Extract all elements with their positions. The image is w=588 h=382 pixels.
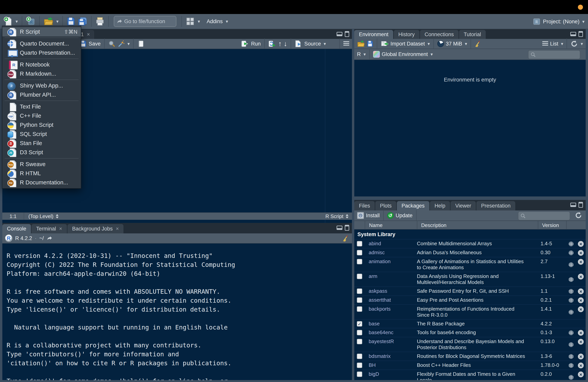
minimize-pane-icon[interactable] (336, 32, 342, 36)
open-file-icon[interactable] (43, 17, 53, 26)
package-remove-icon[interactable] (578, 259, 584, 265)
package-homepage-icon[interactable] (568, 274, 574, 285)
project-menu[interactable]: R Project: (None) ▾ (533, 14, 585, 29)
file-type-selector[interactable]: R Script (326, 213, 343, 219)
menu-item[interactable]: Stan File (2, 139, 81, 148)
new-project-icon[interactable]: R (26, 17, 35, 26)
column-description[interactable]: Description (417, 221, 538, 230)
code-tools-caret-icon[interactable]: ▾ (127, 41, 130, 46)
package-loaded-checkbox[interactable] (357, 362, 362, 368)
menu-item[interactable]: C++ File (2, 111, 81, 120)
tab[interactable]: Background Jobs (67, 224, 124, 233)
list-view-caret-icon[interactable]: ▾ (561, 41, 563, 46)
tab[interactable]: Terminal (32, 224, 67, 233)
pane-layout-caret-icon[interactable]: ▾ (198, 19, 200, 24)
compile-report-icon[interactable] (137, 40, 144, 47)
package-remove-icon[interactable] (578, 339, 584, 345)
minimize-pane-icon[interactable] (570, 203, 576, 207)
package-homepage-icon[interactable] (568, 371, 574, 380)
maximize-pane-icon[interactable] (578, 31, 583, 37)
tab[interactable]: Viewer (451, 201, 476, 211)
language-caret-icon[interactable]: ▾ (364, 52, 366, 57)
package-remove-icon[interactable] (578, 306, 584, 312)
package-loaded-checkbox[interactable] (357, 306, 362, 312)
package-loaded-checkbox[interactable] (357, 297, 362, 303)
menu-item[interactable]: R Sweave (2, 160, 81, 169)
package-homepage-icon[interactable] (568, 288, 574, 294)
memory-usage-label[interactable]: 37 MiB (446, 41, 462, 47)
package-remove-icon[interactable] (578, 297, 584, 303)
package-remove-icon[interactable] (578, 371, 584, 377)
tab[interactable]: Environment (354, 30, 393, 39)
new-file-caret-icon[interactable]: ▾ (16, 19, 18, 24)
memory-caret-icon[interactable]: ▾ (465, 41, 467, 46)
menu-item[interactable]: R Markdown... (2, 69, 81, 78)
package-homepage-icon[interactable] (568, 241, 574, 247)
clear-console-icon[interactable] (342, 235, 349, 242)
refresh-caret-icon[interactable]: ▾ (581, 41, 583, 46)
menu-item[interactable]: Quarto Presentation... (2, 48, 81, 57)
console-output[interactable]: R version 4.2.2 (2022-10-31) -- "Innocen… (2, 244, 352, 380)
source-file-icon[interactable] (294, 40, 302, 48)
package-name-link[interactable]: base64enc (365, 329, 417, 336)
package-homepage-icon[interactable] (568, 354, 574, 360)
install-icon[interactable]: ↓ (357, 212, 364, 219)
menu-item[interactable]: R Documentation... (2, 178, 81, 187)
source-button[interactable]: Source (304, 41, 321, 47)
package-homepage-icon[interactable] (568, 297, 574, 303)
tab[interactable]: Connections (420, 30, 459, 39)
scope-selector[interactable]: (Top Level) (28, 213, 53, 219)
package-remove-icon[interactable] (578, 288, 584, 294)
close-tab-icon[interactable] (87, 32, 90, 38)
package-homepage-icon[interactable] (568, 250, 574, 256)
package-name-link[interactable]: base (365, 321, 417, 327)
new-file-icon[interactable] (3, 17, 12, 26)
package-loaded-checkbox[interactable] (357, 330, 362, 335)
goto-file-input[interactable]: Go to file/function (114, 16, 176, 27)
package-remove-icon[interactable] (578, 241, 584, 247)
rerun-icon[interactable] (268, 40, 276, 48)
refresh-icon[interactable] (570, 40, 578, 47)
package-loaded-checkbox[interactable] (357, 339, 362, 344)
import-dataset-button[interactable]: Import Dataset (390, 41, 425, 47)
package-loaded-checkbox[interactable] (357, 354, 362, 359)
language-selector[interactable]: R (357, 51, 361, 57)
tab[interactable]: Tutorial (459, 30, 486, 39)
maximize-pane-icon[interactable] (578, 202, 583, 208)
tab[interactable]: Packages (397, 201, 429, 211)
menu-item[interactable]: Shiny Web App... (2, 81, 81, 90)
package-name-link[interactable]: bigD (365, 371, 417, 380)
package-name-link[interactable]: arm (365, 273, 417, 285)
package-name-link[interactable]: admisc (365, 250, 417, 256)
save-icon[interactable] (67, 17, 75, 26)
package-name-link[interactable]: abind (365, 241, 417, 247)
menu-item[interactable]: Plumber API... (2, 90, 81, 99)
package-remove-icon[interactable] (578, 250, 584, 256)
tab[interactable]: Plots (375, 201, 396, 211)
package-loaded-checkbox[interactable] (357, 321, 362, 327)
show-directory-icon[interactable] (46, 235, 52, 241)
environment-scope-selector[interactable]: Global Environment (382, 51, 428, 57)
addins-button[interactable]: Addins (207, 19, 223, 24)
package-name-link[interactable]: backports (365, 306, 417, 318)
source-caret-icon[interactable]: ▾ (324, 41, 326, 46)
tab[interactable]: Help (430, 201, 450, 211)
menu-item[interactable]: R Notebook (2, 60, 81, 69)
environment-search-input[interactable] (528, 50, 580, 59)
menu-item[interactable]: Text File (2, 102, 81, 111)
import-dataset-caret-icon[interactable]: ▾ (428, 41, 430, 46)
package-homepage-icon[interactable] (568, 306, 574, 318)
save-workspace-icon[interactable] (367, 40, 373, 47)
package-name-link[interactable]: askpass (365, 288, 417, 294)
package-loaded-checkbox[interactable] (357, 371, 362, 377)
package-loaded-checkbox[interactable] (357, 250, 362, 255)
package-name-link[interactable]: bayestestR (365, 339, 417, 350)
menu-item[interactable]: R Script ⇧⌘N (2, 27, 81, 36)
list-view-icon[interactable] (542, 41, 548, 46)
column-name[interactable]: Name (365, 221, 417, 230)
close-tab-icon[interactable] (116, 226, 119, 232)
source-down-icon[interactable]: ↓ (284, 40, 287, 47)
source-up-icon[interactable]: ↑ (278, 40, 282, 47)
print-icon[interactable] (95, 17, 105, 26)
tab[interactable]: History (394, 30, 420, 39)
